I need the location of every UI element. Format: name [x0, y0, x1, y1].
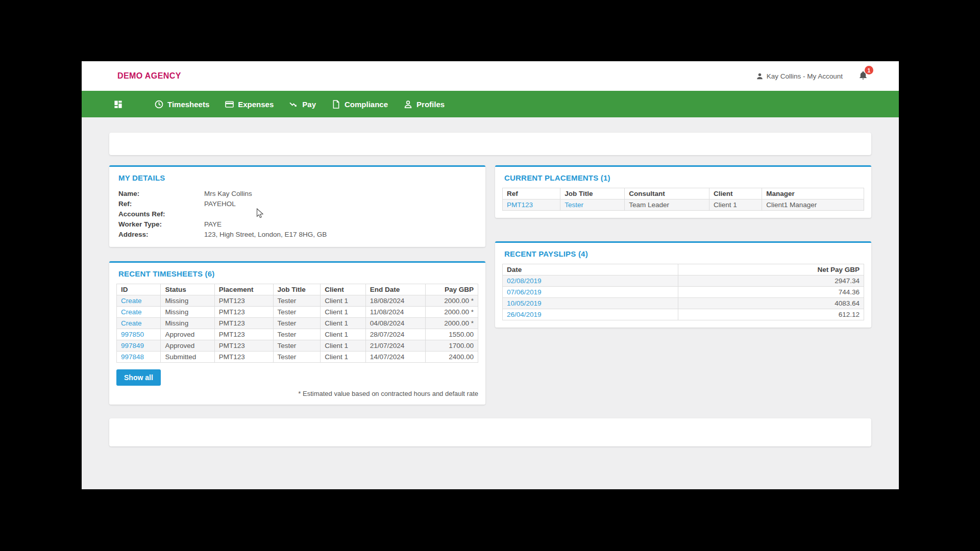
nav-label: Expenses [238, 100, 274, 109]
detail-field: Ref:PAYEHOL [118, 199, 476, 209]
cell-link[interactable]: 997849 [121, 342, 144, 349]
detail-field: Accounts Ref: [118, 209, 476, 219]
cell: Team Leader [625, 199, 709, 211]
cell: 04/08/2024 [365, 318, 426, 329]
estimate-footnote: * Estimated value based on contracted ho… [109, 386, 485, 397]
cell: 2400.00 [426, 352, 478, 363]
cell: Missing [161, 318, 214, 329]
field-label: Ref: [118, 199, 204, 209]
column-header: Manager [762, 188, 864, 199]
table-row: CreateMissingPMT123TesterClient 111/08/2… [117, 307, 478, 318]
column-header: End Date [365, 284, 426, 295]
cell-link[interactable]: Create [121, 308, 142, 316]
empty-panel-top [109, 133, 871, 155]
cell-link[interactable]: 07/06/2019 [507, 288, 542, 296]
field-label: Address: [118, 230, 204, 240]
cell: 28/07/2024 [365, 329, 426, 340]
cell-link[interactable]: Tester [565, 201, 583, 209]
nav-item-pay[interactable]: Pay [281, 91, 324, 117]
cell-link[interactable]: 997850 [121, 331, 144, 338]
column-header: Date [503, 264, 678, 276]
cell: Submitted [161, 352, 214, 363]
cell: 997848 [117, 352, 161, 363]
cell-link[interactable]: 10/05/2019 [507, 299, 542, 307]
column-header: ID [117, 284, 161, 295]
my-account-button[interactable]: Kay Collins - My Account [756, 72, 843, 80]
cell: 2947.34 [678, 276, 864, 287]
table-row: 10/05/20194083.64 [503, 298, 864, 309]
placements-table: RefJob TitleConsultantClientManagerPMT12… [502, 188, 864, 211]
cell: 26/04/2019 [503, 309, 678, 320]
cell: Client 1 [321, 352, 366, 363]
notifications-button[interactable]: 1 [858, 70, 869, 82]
cell: Client 1 [321, 295, 366, 307]
column-header: Job Title [560, 188, 625, 199]
table-row: 997849ApprovedPMT123TesterClient 121/07/… [117, 340, 478, 352]
detail-field: Address:123, High Street, London, E17 8H… [118, 230, 476, 240]
cell-link[interactable]: Create [121, 319, 142, 327]
nav-label: Profiles [416, 100, 445, 109]
cell: PMT123 [214, 318, 273, 329]
account-label: Kay Collins - My Account [767, 72, 843, 80]
cell-link[interactable]: PMT123 [507, 201, 533, 209]
left-column: MY DETAILS Name:Mrs Kay CollinsRef:PAYEH… [109, 165, 485, 405]
column-header: Net Pay GBP [678, 264, 864, 276]
nav-item-compliance[interactable]: Compliance [324, 91, 396, 117]
nav-item-timesheets[interactable]: Timesheets [146, 91, 217, 117]
column-header: Placement [214, 284, 273, 295]
nav-item-profiles[interactable]: Profiles [396, 91, 452, 117]
field-value: 123, High Street, London, E17 8HG, GB [204, 230, 327, 240]
cell: Tester [273, 295, 321, 307]
field-value: PAYEHOL [204, 199, 236, 209]
cell: Tester [560, 199, 625, 211]
table-row: 02/08/20192947.34 [503, 276, 864, 287]
cell: 14/07/2024 [365, 352, 426, 363]
cell: Tester [273, 318, 321, 329]
cell: 11/08/2024 [365, 307, 426, 318]
field-label: Name: [118, 189, 204, 199]
empty-panel-bottom [109, 418, 871, 446]
cell-link[interactable]: Create [121, 297, 142, 305]
column-header: Job Title [273, 284, 321, 295]
main-nav: Timesheets Expenses Pay Compliance Profi… [82, 91, 899, 117]
credit-card-icon [225, 99, 234, 109]
content-columns: MY DETAILS Name:Mrs Kay CollinsRef:PAYEH… [109, 165, 871, 405]
cell: 21/07/2024 [365, 340, 426, 352]
user-icon [756, 72, 764, 80]
table-row: 26/04/2019612.12 [503, 309, 864, 320]
cell: 18/08/2024 [365, 295, 426, 307]
account-area: Kay Collins - My Account 1 [756, 70, 869, 82]
cell: 2000.00 * [426, 295, 478, 307]
header-row: DateNet Pay GBP [503, 264, 864, 276]
app-window: DEMO AGENCY Kay Collins - My Account 1 T… [82, 61, 899, 489]
nav-label: Pay [302, 100, 316, 109]
table-row: CreateMissingPMT123TesterClient 118/08/2… [117, 295, 478, 307]
header-row: IDStatusPlacementJob TitleClientEnd Date… [117, 284, 478, 295]
cell: 2000.00 * [426, 307, 478, 318]
dashboard-button[interactable] [113, 99, 123, 109]
header-row: RefJob TitleConsultantClientManager [503, 188, 864, 199]
cell-link[interactable]: 02/08/2019 [507, 277, 542, 285]
right-column: CURRENT PLACEMENTS (1) RefJob TitleConsu… [495, 165, 871, 328]
show-all-button[interactable]: Show all [116, 369, 161, 386]
nav-label: Compliance [345, 100, 388, 109]
column-header: Consultant [625, 188, 709, 199]
cell: PMT123 [214, 352, 273, 363]
cell: Client 1 [321, 318, 366, 329]
topbar: DEMO AGENCY Kay Collins - My Account 1 [82, 61, 899, 91]
notification-badge: 1 [865, 66, 873, 74]
cell: 1550.00 [426, 329, 478, 340]
cell: Tester [273, 307, 321, 318]
cell: Client 1 [321, 340, 366, 352]
cell: PMT123 [214, 329, 273, 340]
cell-link[interactable]: 26/04/2019 [507, 311, 542, 318]
cell: Tester [273, 352, 321, 363]
cell: Client 1 [709, 199, 762, 211]
column-header: Ref [503, 188, 560, 199]
field-value: PAYE [204, 219, 222, 230]
nav-item-expenses[interactable]: Expenses [217, 91, 281, 117]
column-header: Pay GBP [426, 284, 478, 295]
cell-link[interactable]: 997848 [121, 353, 144, 361]
cell: Client 1 [321, 307, 366, 318]
trending-down-icon [289, 99, 299, 109]
